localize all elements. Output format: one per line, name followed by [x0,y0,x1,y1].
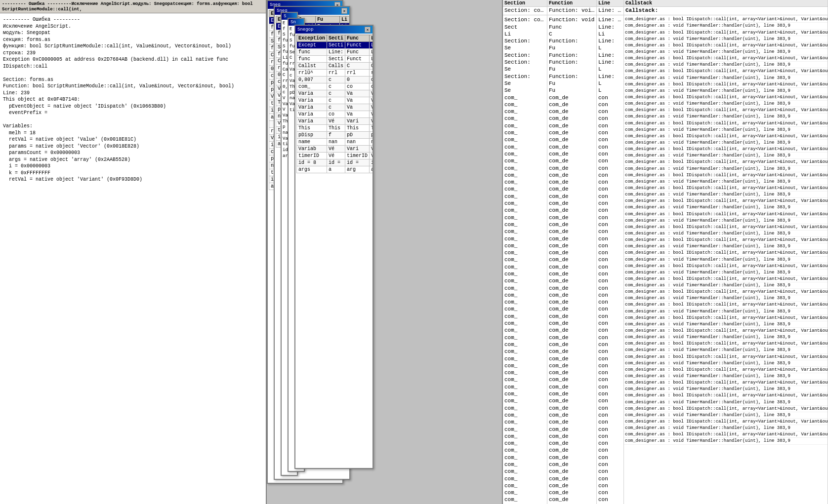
callstack-item: com_designer.as : void TimerHandler::han… [624,321,828,328]
table-row[interactable]: ThisThisThisThisThis obje [297,125,373,132]
error-line-20: paramsCount = 0x00000003 [3,150,263,156]
callstack-item: com_designer.as : void TimerHandler::han… [624,192,828,198]
table-row[interactable]: VariacVaVacom_ [297,90,373,97]
table-row[interactable]: namenannannamename [297,139,373,146]
callstack-item: com_designer.as : void TimerHandler::han… [624,127,828,133]
table-row[interactable]: VariacoVaVaricom_ [297,111,373,118]
error-line-18: retVal = native object 'Value' (0x0018E8… [3,136,263,143]
table-row[interactable]: CallstCallsCCCalls [297,63,373,70]
callstack-item: com_designer.as : void TimerHandler::han… [624,49,828,55]
error-text-area: --------- Ошибка --------- Исключение An… [0,13,266,186]
right-panel-inner: Section Section: com_designer.as Section… [503,0,828,504]
callstack-item: com_designer.as : void TimerHandler::han… [624,231,828,237]
error-line-11: Line: 239 [3,90,263,97]
callstack-item: com_designer.as : bool IDispatch::call(i… [624,380,828,386]
debug-window-title-4: Sn [290,20,296,25]
col-h-fu: Fu [316,16,340,23]
callstack-item: com_designer.as : void TimerHandler::han… [624,334,828,341]
table-row[interactable]: VariaVéVariVaVaria [297,118,373,125]
error-line-13: pEventObject = native object 'IDispatch'… [3,103,263,110]
callstack-item: com_designer.as : bool IDispatch::call(i… [624,81,828,88]
callstack-item: com_designer.as : void TimerHandler::han… [624,88,828,94]
callstack-item: com_designer.as : bool IDispatch::call(i… [624,55,828,62]
table-row[interactable]: rrlŪ^rrlrrlrrlcom_ [297,70,373,77]
table-row[interactable]: funcSectiFunctLinecom_ [297,56,373,63]
callstack-value-top: Callstack: [624,7,828,14]
table-row[interactable]: VariabVéVariVariaVariables [297,146,373,153]
callstack-item: com_designer.as : bool IDispatch::call(i… [624,159,828,165]
table-row[interactable]: funcLine:FuncLine:bol [297,49,373,56]
callstack-item: com_designer.as : void TimerHandler::han… [624,23,828,29]
callstack-item: com_designer.as : void TimerHandler::han… [624,347,828,353]
callstack-item: com_designer.as : bool IDispatch::call(i… [624,237,828,243]
callstack-item: com_designer.as : void TimerHandler::han… [624,153,828,159]
table-row[interactable]: ExceptSectiFunctLine:Calls [297,42,373,49]
callstack-item: com_designer.as : bool IDispatch::call(i… [624,172,828,179]
callstack-item: com_designer.as : bool IDispatch::call(i… [624,431,828,438]
right-detail-panel: Section Section: com_designer.as Section… [502,0,828,504]
callstack-item: com_designer.as : void TimerHandler::han… [624,425,828,431]
callstack-item: com_designer.as : bool IDispatch::call(i… [624,328,828,334]
left-error-panel: --------- Ошибка ---------Исключение Ang… [0,0,267,504]
table-row[interactable]: pDispfpDpDispDisp = [297,132,373,139]
line-column: Line Line: 383 Line: 383 Line: Li Line: … [597,0,624,504]
error-line-23: k = 0xFFFFFFFF [3,170,263,177]
error-line-1: --------- Ошибка --------- [3,16,263,23]
callstack-item: com_designer.as : void TimerHandler::han… [624,140,828,146]
callstack-item: com_designer.as : bool IDispatch::call(i… [624,94,828,101]
line-column-header: Line [597,0,623,7]
function-column: Function Function: void TimerHandler::ha… [547,0,597,504]
callstack-item: com_designer.as : bool IDispatch::call(i… [624,354,828,360]
error-line-16: Variables: [3,123,263,130]
debug-window-close-2[interactable]: ✕ [341,8,347,14]
error-line-2: Исключение AngelScript. [3,23,263,30]
callstack-item: com_designer.as : void TimerHandler::han… [624,282,828,289]
callstack-item: com_designer.as : bool IDispatch::call(i… [624,133,828,140]
line-value-top: Line: 383 [597,7,623,14]
table-row[interactable]: timerIDVétimerIDVariabVaria [297,153,373,159]
callstack-item: com_designer.as : void TimerHandler::han… [624,412,828,419]
error-line-21: args = native object 'array' (0x2AAB5528… [3,156,263,163]
callstack-item: com_designer.as : bool IDispatch::call(i… [624,263,828,270]
callstack-item: com_designer.as : bool IDispatch::call(i… [624,289,828,295]
callstack-item: com_designer.as : bool IDispatch::call(i… [624,146,828,153]
callstack-item: com_designer.as : bool IDispatch::call(i… [624,302,828,308]
callstack-item: com_designer.as : void TimerHandler::han… [624,438,828,444]
col-h-li: Li [340,16,349,23]
section-column: Section Section: com_designer.as Section… [503,0,547,504]
debug-window-5: Snegop ✕ Exception Secti Func Line Calls [294,25,373,469]
table-row[interactable]: argsaargargarg [297,166,373,173]
debug-table-5: Exception Secti Func Line Calls ExceptSe… [296,35,373,173]
error-line-19: params = native object 'Vector' (0x0018E… [3,143,263,150]
table-row[interactable]: com_ccococom_ [297,83,373,90]
section-column-header: Section [503,0,547,7]
error-line-15 [3,116,263,123]
error-line-17: melh = 18 [3,130,263,137]
callstack-item: com_designer.as : void TimerHandler::han… [624,295,828,302]
table-row[interactable]: VariacVaVaricom_ [297,97,373,104]
callstack-column-header: Callstack [624,0,828,7]
debug-window-close-5[interactable]: ✕ [365,27,371,33]
error-line-5: функция: bool ScriptRuntimeModule::call(… [3,43,263,50]
table-row[interactable]: id = 8id =id =id = 5V. [297,159,373,166]
table-row[interactable]: VariacVaVaricom_ [297,104,373,111]
table-row[interactable]: 0,807c0ccom_ [297,77,373,83]
cascade-area: Sneg ✕ Exce Se Fu Li Ca [267,0,502,504]
main-container: --------- Ошибка ---------Исключение Ang… [0,0,828,504]
callstack-item: com_designer.as : bool IDispatch::call(i… [624,211,828,218]
callstack-item: com_designer.as : void TimerHandler::han… [624,399,828,406]
callstack-item: com_designer.as : bool IDispatch::call(i… [624,30,828,36]
error-panel-title: --------- Ошибка ---------Исключение Ang… [0,0,266,13]
error-line-14: eventPrefix = [3,110,263,116]
debug-window-title-5: Snegop [297,27,313,32]
callstack-item: com_designer.as : bool IDispatch::call(i… [624,250,828,256]
callstack-column: Callstack Callstack: com_designer.as : b… [624,0,828,504]
callstack-item: com_designer.as : bool IDispatch::call(i… [624,107,828,114]
callstack-item: com_designer.as : void TimerHandler::han… [624,257,828,263]
callstack-item: com_designer.as : void TimerHandler::han… [624,360,828,367]
debug-window-titlebar-5: Snegop ✕ [295,26,373,34]
error-line-8 [3,70,263,77]
error-line-4: секция: forms.as [3,37,263,43]
callstack-item: com_designer.as : bool IDispatch::call(i… [624,276,828,282]
callstack-item: com_designer.as : void TimerHandler::han… [624,270,828,276]
